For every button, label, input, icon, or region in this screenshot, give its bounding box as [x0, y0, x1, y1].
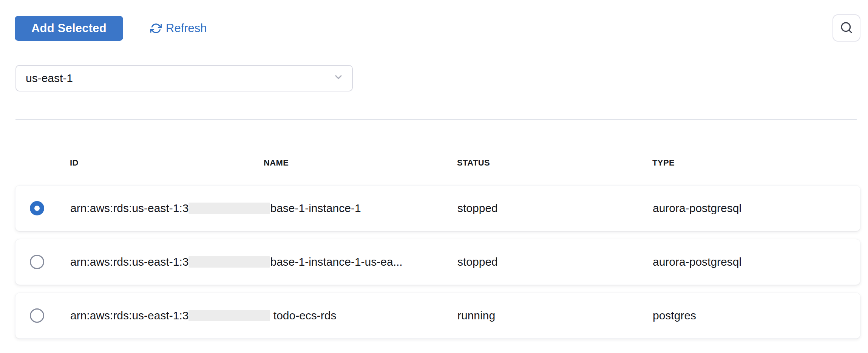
- row-status: stopped: [457, 202, 653, 215]
- region-select-value: us-east-1: [26, 72, 73, 85]
- chevron-down-icon: [333, 72, 344, 85]
- add-selected-button[interactable]: Add Selected: [15, 16, 123, 41]
- radio-button[interactable]: [30, 255, 44, 269]
- row-type: aurora-postgresql: [653, 255, 860, 268]
- instance-picker-panel: Add Selected Refresh us-east-1: [0, 0, 868, 353]
- redaction-box: [188, 203, 270, 214]
- row-radio-cell: [15, 308, 70, 323]
- row-id: arn:aws:rds:us-east-1:3 todo-ecs-rds: [70, 309, 457, 322]
- column-header-type: TYPE: [652, 158, 675, 168]
- column-header-name: NAME: [264, 158, 289, 168]
- radio-button[interactable]: [30, 201, 44, 215]
- row-status: running: [457, 309, 653, 322]
- refresh-button[interactable]: Refresh: [150, 16, 207, 41]
- column-header-id: ID: [70, 158, 79, 168]
- row-id: arn:aws:rds:us-east-1:3base-1-instance-1: [70, 202, 457, 215]
- row-id: arn:aws:rds:us-east-1:3base-1-instance-1…: [70, 255, 457, 268]
- search-button[interactable]: [832, 14, 860, 42]
- search-icon: [839, 20, 854, 36]
- row-type: postgres: [653, 309, 860, 322]
- row-radio-cell: [15, 201, 70, 215]
- table-row[interactable]: arn:aws:rds:us-east-1:3 todo-ecs-rds run…: [15, 293, 860, 339]
- redaction-box: [188, 310, 270, 321]
- radio-button[interactable]: [30, 308, 44, 323]
- section-divider: [15, 119, 857, 120]
- column-header-status: STATUS: [457, 158, 490, 168]
- table-row[interactable]: arn:aws:rds:us-east-1:3base-1-instance-1…: [15, 185, 860, 231]
- row-status: stopped: [457, 255, 653, 268]
- refresh-icon: [150, 23, 162, 34]
- row-type: aurora-postgresql: [653, 202, 860, 215]
- region-select[interactable]: us-east-1: [15, 65, 353, 91]
- redaction-box: [188, 256, 270, 268]
- refresh-label: Refresh: [166, 22, 207, 35]
- row-radio-cell: [15, 255, 70, 269]
- table-row[interactable]: arn:aws:rds:us-east-1:3base-1-instance-1…: [15, 239, 860, 285]
